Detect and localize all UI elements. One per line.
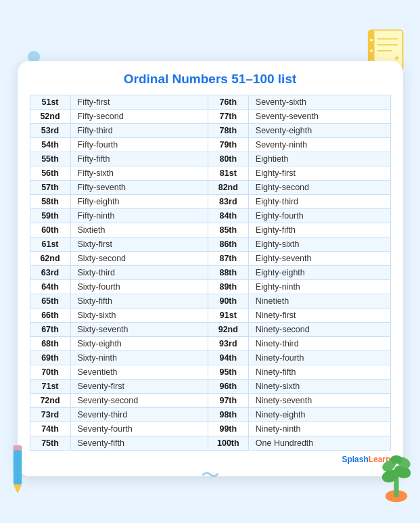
table-cell-6-1: Fifty-seventh <box>70 180 208 194</box>
svg-marker-17 <box>13 484 21 493</box>
table-row: 63rdSixty-third88thEighty-eighth <box>30 265 390 279</box>
table-cell-19-3: Ninety-fifth <box>248 365 390 379</box>
svg-rect-18 <box>13 445 21 450</box>
table-cell-0-0: 51st <box>30 95 70 109</box>
table-row: 53rdFifty-third78thSeventy-eighth <box>30 123 390 137</box>
table-cell-17-2: 93rd <box>208 336 248 350</box>
table-cell-0-3: Seventy-sixth <box>248 95 390 109</box>
table-cell-8-2: 84th <box>208 208 248 223</box>
table-cell-8-1: Fifty-ninth <box>70 208 208 223</box>
table-cell-13-0: 64th <box>30 279 70 294</box>
table-cell-10-3: Eighty-sixth <box>248 237 390 251</box>
table-cell-6-2: 82nd <box>208 180 248 194</box>
table-cell-2-1: Fifty-third <box>70 123 208 137</box>
table-cell-24-2: 100th <box>208 436 248 450</box>
table-cell-13-3: Eighty-ninth <box>248 279 390 294</box>
svg-point-5 <box>370 39 373 41</box>
table-cell-3-0: 54th <box>30 137 70 152</box>
table-cell-21-3: Ninety-seventh <box>248 393 390 407</box>
table-cell-12-0: 63rd <box>30 265 70 279</box>
table-row: 59thFifty-ninth84thEighty-fourth <box>30 208 390 223</box>
table-cell-17-1: Sixty-eighth <box>70 336 208 350</box>
table-cell-3-1: Fifty-fourth <box>70 137 208 152</box>
table-cell-6-3: Eighty-second <box>248 180 390 194</box>
table-cell-21-0: 72nd <box>30 393 70 407</box>
table-cell-15-1: Sixty-sixth <box>70 308 208 322</box>
page-title: Ordinal Numbers 51–100 list <box>30 72 391 87</box>
table-row: 69thSixty-ninth94thNinety-fourth <box>30 350 390 365</box>
table-cell-1-3: Seventy-seventh <box>248 109 390 123</box>
table-cell-23-1: Seventy-fourth <box>70 422 208 436</box>
table-cell-4-0: 55th <box>30 152 70 166</box>
table-cell-8-3: Eighty-fourth <box>248 208 390 223</box>
table-cell-7-2: 83rd <box>208 194 248 208</box>
table-row: 66thSixty-sixth91stNinety-first <box>30 308 390 322</box>
table-cell-20-2: 96th <box>208 379 248 393</box>
table-cell-14-2: 90th <box>208 294 248 308</box>
table-cell-9-2: 85th <box>208 223 248 237</box>
table-cell-4-3: Eightieth <box>248 152 390 166</box>
table-row: 55thFifty-fifth80thEightieth <box>30 152 390 166</box>
table-row: 72ndSeventy-second97thNinety-seventh <box>30 393 390 407</box>
table-cell-9-1: Sixtieth <box>70 223 208 237</box>
table-cell-17-3: Ninety-third <box>248 336 390 350</box>
table-cell-22-3: Ninety-eighth <box>248 407 390 422</box>
table-cell-15-0: 66th <box>30 308 70 322</box>
main-card: Ordinal Numbers 51–100 list 51stFifty-fi… <box>18 61 403 476</box>
table-row: 54thFifty-fourth79thSeventy-ninth <box>30 137 390 152</box>
table-cell-7-0: 58th <box>30 194 70 208</box>
deco-plant-icon <box>376 442 417 503</box>
table-cell-16-0: 67th <box>30 322 70 336</box>
table-cell-20-1: Seventy-first <box>70 379 208 393</box>
table-row: 75thSeventy-fifth100thOne Hundredth <box>30 436 390 450</box>
table-cell-5-3: Eighty-first <box>248 166 390 180</box>
table-cell-9-3: Eighty-fifth <box>248 223 390 237</box>
table-cell-12-1: Sixty-third <box>70 265 208 279</box>
table-cell-2-3: Seventy-eighth <box>248 123 390 137</box>
table-cell-22-1: Seventy-third <box>70 407 208 422</box>
table-row: 67thSixty-seventh92ndNinety-second <box>30 322 390 336</box>
table-cell-4-1: Fifty-fifth <box>70 152 208 166</box>
table-cell-6-0: 57th <box>30 180 70 194</box>
table-cell-16-3: Ninety-second <box>248 322 390 336</box>
table-cell-12-3: Eighty-eighth <box>248 265 390 279</box>
table-row: 58thFifty-eighth83rdEighty-third <box>30 194 390 208</box>
table-row: 61stSixty-first86thEighty-sixth <box>30 237 390 251</box>
table-cell-3-2: 79th <box>208 137 248 152</box>
table-row: 51stFifty-first76thSeventy-sixth <box>30 95 390 109</box>
table-cell-0-1: Fifty-first <box>70 95 208 109</box>
table-cell-14-1: Sixty-fifth <box>70 294 208 308</box>
table-cell-5-0: 56th <box>30 166 70 180</box>
table-cell-17-0: 68th <box>30 336 70 350</box>
table-cell-22-2: 98th <box>208 407 248 422</box>
table-cell-18-2: 94th <box>208 350 248 365</box>
table-cell-19-2: 95th <box>208 365 248 379</box>
table-cell-11-1: Sixty-second <box>70 251 208 265</box>
table-cell-5-1: Fifty-sixth <box>70 166 208 180</box>
table-row: 65thSixty-fifth90thNinetieth <box>30 294 390 308</box>
table-cell-10-2: 86th <box>208 237 248 251</box>
table-cell-9-0: 60th <box>30 223 70 237</box>
table-cell-10-0: 61st <box>30 237 70 251</box>
table-cell-1-2: 77th <box>208 109 248 123</box>
table-row: 62ndSixty-second87thEighty-seventh <box>30 251 390 265</box>
table-cell-24-3: One Hundredth <box>248 436 390 450</box>
table-cell-11-2: 87th <box>208 251 248 265</box>
table-cell-24-0: 75th <box>30 436 70 450</box>
table-cell-18-0: 69th <box>30 350 70 365</box>
table-cell-7-3: Eighty-third <box>248 194 390 208</box>
table-cell-1-1: Fifty-second <box>70 109 208 123</box>
table-cell-21-1: Seventy-second <box>70 393 208 407</box>
table-cell-2-0: 53rd <box>30 123 70 137</box>
table-cell-23-0: 74th <box>30 422 70 436</box>
table-cell-2-2: 78th <box>208 123 248 137</box>
table-cell-23-2: 99th <box>208 422 248 436</box>
logo-splash: Splash <box>342 455 368 464</box>
table-row: 52ndFifty-second77thSeventy-seventh <box>30 109 390 123</box>
table-cell-4-2: 80th <box>208 152 248 166</box>
table-row: 71stSeventy-first96thNinety-sixth <box>30 379 390 393</box>
table-cell-20-0: 71st <box>30 379 70 393</box>
table-cell-19-1: Seventieth <box>70 365 208 379</box>
table-row: 64thSixty-fourth89thEighty-ninth <box>30 279 390 294</box>
outer-wrapper: Ordinal Numbers 51–100 list 51stFifty-fi… <box>18 47 403 476</box>
